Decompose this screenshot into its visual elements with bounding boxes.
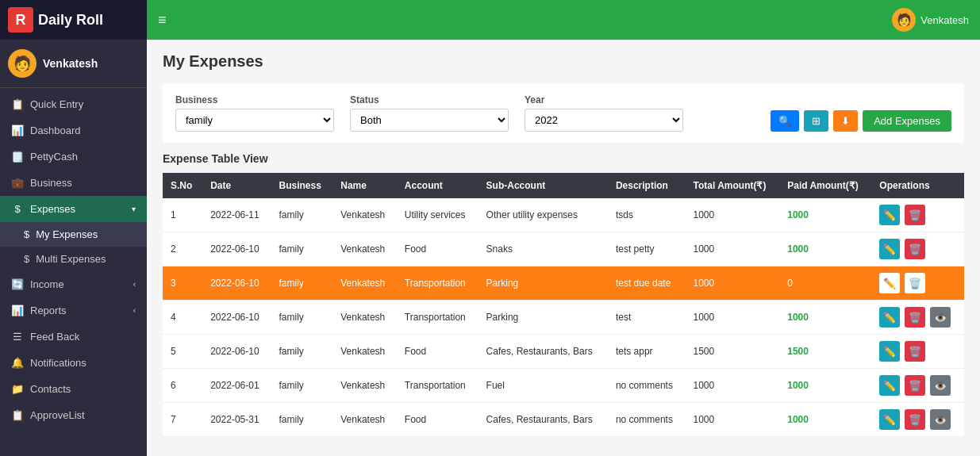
year-filter: Year 2022 2021 2020 — [525, 94, 683, 132]
delete-button[interactable]: 🗑️ — [905, 273, 925, 293]
add-expenses-button[interactable]: Add Expenses — [863, 110, 951, 132]
operations-cell: ✏️ 🗑️ — [879, 239, 956, 259]
avatar: 🧑 — [8, 49, 37, 78]
edit-button[interactable]: ✏️ — [879, 307, 900, 328]
cell-date: 2022-06-10 — [202, 335, 271, 369]
col-business: Business — [271, 173, 332, 198]
cell-name: Venkatesh — [332, 232, 397, 266]
sidebar-item-multi-expenses[interactable]: $ Multi Expenses — [0, 247, 147, 271]
cell-paid: 1000 — [779, 301, 871, 335]
view-button[interactable]: 👁️ — [930, 307, 951, 328]
sidebar-item-label: Expenses — [30, 203, 75, 215]
cell-description: no comments — [608, 403, 686, 437]
cell-sno: 7 — [163, 403, 202, 437]
col-sub-account: Sub-Account — [478, 173, 608, 198]
sidebar-item-label: PettyCash — [30, 151, 78, 163]
edit-button[interactable]: ✏️ — [879, 341, 900, 362]
cell-paid: 0 — [779, 266, 871, 301]
cell-sno: 2 — [163, 232, 202, 266]
sidebar-item-quick-entry[interactable]: 📋 Quick Entry — [0, 91, 147, 117]
cell-sub-account: Cafes, Restaurants, Bars — [478, 335, 608, 369]
col-total: Total Amount(₹) — [685, 173, 779, 198]
dashboard-icon: 📊 — [11, 125, 24, 136]
content-area: My Expenses Business family personal all… — [147, 40, 980, 456]
pettycash-icon: 🗒️ — [11, 151, 24, 163]
table-row: 6 2022-06-01 family Venkatesh Transporta… — [163, 369, 964, 403]
approve-list-icon: 📋 — [11, 409, 24, 421]
download-button[interactable]: ⬇ — [833, 110, 858, 132]
delete-button[interactable]: 🗑️ — [905, 375, 925, 396]
edit-button[interactable]: ✏️ — [879, 375, 900, 396]
sidebar-item-petty-cash[interactable]: 🗒️ PettyCash — [0, 144, 147, 170]
sidebar-item-reports[interactable]: 📊 Reports ‹ — [0, 297, 147, 324]
expense-table: S.No Date Business Name Account Sub-Acco… — [163, 173, 964, 437]
delete-button[interactable]: 🗑️ — [905, 239, 925, 259]
edit-button[interactable]: ✏️ — [879, 409, 900, 430]
cell-date: 2022-06-10 — [202, 301, 271, 335]
cell-name: Venkatesh — [332, 403, 397, 437]
feedback-icon: ☰ — [11, 331, 24, 343]
cell-name: Venkatesh — [332, 301, 397, 335]
cell-sno: 1 — [163, 198, 202, 232]
sidebar-item-dashboard[interactable]: 📊 Dashboard — [0, 117, 147, 144]
contacts-icon: 📁 — [11, 383, 24, 395]
delete-button[interactable]: 🗑️ — [905, 307, 925, 328]
logo-icon: R — [8, 7, 33, 33]
cell-description: tets appr — [608, 335, 686, 369]
operations-cell: ✏️ 🗑️ — [879, 273, 956, 293]
sidebar-item-label: Contacts — [30, 383, 71, 395]
topbar-avatar: 🧑 — [892, 8, 916, 32]
table-row: 4 2022-06-10 family Venkatesh Transporta… — [163, 301, 964, 335]
year-select[interactable]: 2022 2021 2020 — [525, 109, 683, 132]
cell-sub-account: Parking — [478, 266, 608, 301]
cell-date: 2022-06-10 — [202, 266, 271, 301]
delete-button[interactable]: 🗑️ — [905, 341, 925, 362]
income-icon: 🔄 — [11, 278, 24, 290]
business-select[interactable]: family personal all — [175, 109, 334, 132]
cell-total: 1000 — [685, 198, 779, 232]
hamburger-icon[interactable]: ≡ — [158, 12, 167, 29]
sidebar-item-expenses[interactable]: $ Expenses ▾ — [0, 196, 147, 222]
cell-paid: 1000 — [779, 232, 871, 266]
table-row: 5 2022-06-10 family Venkatesh Food Cafes… — [163, 335, 964, 369]
sidebar: R Daily Roll 🧑 Venkatesh 📋 Quick Entry 📊… — [0, 0, 147, 456]
col-date: Date — [202, 173, 271, 198]
cell-name: Venkatesh — [332, 335, 397, 369]
topbar-user: 🧑 Venkatesh — [892, 8, 969, 32]
quick-entry-icon: 📋 — [11, 98, 24, 110]
cell-operations: ✏️ 🗑️ — [871, 335, 964, 369]
chevron-right-icon: ‹ — [133, 280, 136, 289]
delete-button[interactable]: 🗑️ — [905, 409, 925, 430]
col-sno: S.No — [163, 173, 202, 198]
status-select[interactable]: Both Paid Unpaid — [350, 109, 509, 132]
logo: R Daily Roll — [0, 0, 147, 40]
sidebar-item-income[interactable]: 🔄 Income ‹ — [0, 271, 147, 297]
cell-date: 2022-06-01 — [202, 369, 271, 403]
edit-button[interactable]: ✏️ — [879, 205, 900, 225]
cell-date: 2022-06-10 — [202, 232, 271, 266]
cell-date: 2022-05-31 — [202, 403, 271, 437]
cell-business: family — [271, 198, 332, 232]
edit-button[interactable]: ✏️ — [879, 239, 900, 259]
sidebar-item-my-expenses[interactable]: $ My Expenses — [0, 222, 147, 247]
sidebar-item-label: Business — [30, 177, 72, 189]
cell-sub-account: Cafes, Restaurants, Bars — [478, 403, 608, 437]
operations-cell: ✏️ 🗑️ 👁️ — [879, 307, 956, 328]
table-row: 1 2022-06-11 family Venkatesh Utility se… — [163, 198, 964, 232]
sidebar-item-approve-list[interactable]: 📋 ApproveList — [0, 402, 147, 428]
sidebar-item-feedback[interactable]: ☰ Feed Back — [0, 324, 147, 350]
edit-button[interactable]: ✏️ — [879, 273, 900, 293]
delete-button[interactable]: 🗑️ — [905, 205, 925, 225]
cell-business: family — [271, 266, 332, 301]
sidebar-item-business[interactable]: 💼 Business — [0, 170, 147, 196]
search-button[interactable]: 🔍 — [771, 110, 799, 132]
cell-sno: 3 — [163, 266, 202, 301]
grid-button[interactable]: ⊞ — [804, 110, 828, 132]
view-button[interactable]: 👁️ — [930, 375, 951, 396]
view-button[interactable]: 👁️ — [930, 409, 951, 430]
sidebar-item-notifications[interactable]: 🔔 Notifications — [0, 350, 147, 376]
sidebar-item-contacts[interactable]: 📁 Contacts — [0, 376, 147, 402]
cell-total: 1500 — [685, 335, 779, 369]
notifications-icon: 🔔 — [11, 357, 24, 369]
status-filter: Status Both Paid Unpaid — [350, 94, 509, 132]
